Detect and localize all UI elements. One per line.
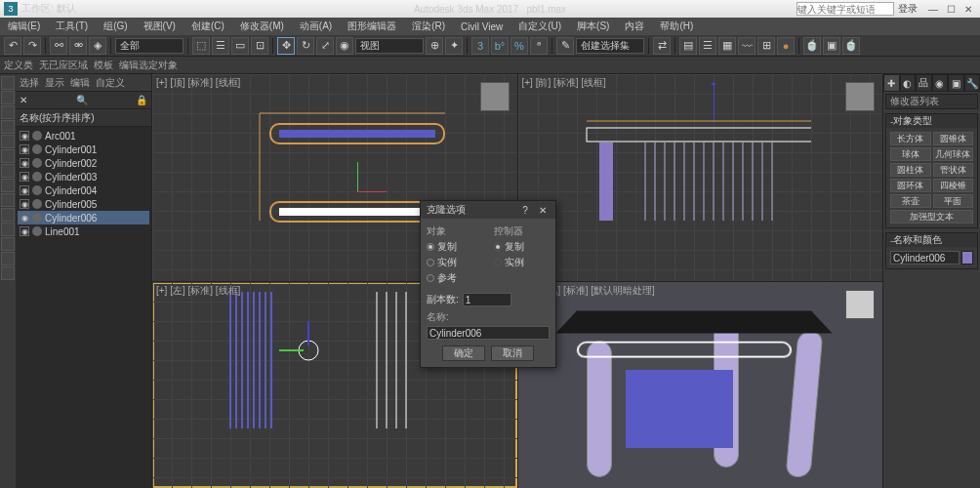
menu-item[interactable]: 组(G): [100, 18, 131, 35]
refcoord-combo[interactable]: 视图: [355, 38, 424, 54]
cancel-button[interactable]: 取消: [491, 346, 534, 361]
tool-14[interactable]: [1, 266, 15, 280]
spinner-snap-button[interactable]: ᵃ: [530, 37, 548, 55]
scene-item[interactable]: ◉Cylinder002: [18, 156, 149, 170]
copies-spinner[interactable]: [463, 293, 511, 306]
scene-tab[interactable]: 选择: [20, 76, 39, 90]
scene-item[interactable]: ◉Cylinder005: [18, 197, 149, 211]
place-button[interactable]: ◉: [336, 37, 353, 55]
viewcube[interactable]: [480, 82, 510, 111]
ribbon-tab[interactable]: 编辑选定对象: [119, 59, 178, 72]
viewport-label[interactable]: [+] [左] [标准] [线框]: [156, 284, 240, 298]
undo-button[interactable]: ↶: [4, 37, 21, 55]
scene-tab[interactable]: 编辑: [70, 76, 90, 90]
primitive-button[interactable]: 平面: [933, 194, 974, 208]
ribbon-tab[interactable]: 定义类: [4, 59, 33, 72]
menu-item[interactable]: 动画(A): [296, 18, 336, 35]
layers-button[interactable]: ☰: [699, 37, 716, 55]
display-tab[interactable]: ▣: [948, 74, 964, 92]
tool-5[interactable]: [1, 135, 15, 148]
viewport-label[interactable]: [+] [前] [标准] [线框]: [522, 76, 606, 90]
menu-item[interactable]: 自定义(U): [514, 18, 565, 35]
curve-editor-button[interactable]: 〰: [738, 37, 755, 55]
menu-item[interactable]: 编辑(E): [4, 18, 44, 35]
named-sel-combo[interactable]: 创建选择集: [576, 38, 644, 54]
primitive-button[interactable]: 圆柱体: [890, 163, 931, 177]
bind-button[interactable]: ◈: [89, 37, 106, 55]
visibility-icon[interactable]: ◉: [20, 172, 29, 182]
viewport-front[interactable]: [+] [前] [标准] [线框]: [518, 74, 883, 281]
close-button[interactable]: ✕: [960, 2, 976, 16]
modify-tab[interactable]: ◐: [900, 74, 917, 92]
align-button[interactable]: ▤: [679, 37, 697, 55]
menu-item[interactable]: 帮助(H): [656, 18, 697, 35]
window-crossing-button[interactable]: ⊡: [251, 37, 268, 55]
viewport-label[interactable]: [+] [顶] [标准] [线框]: [156, 76, 240, 90]
visibility-icon[interactable]: ◉: [20, 226, 29, 236]
primitive-button[interactable]: 几何球体: [933, 147, 974, 161]
material-editor-button[interactable]: ●: [777, 37, 795, 55]
scene-item[interactable]: ◉Line001: [18, 224, 149, 238]
object-type-header[interactable]: - 对象类型: [886, 114, 977, 128]
ok-button[interactable]: 确定: [442, 346, 485, 361]
scene-tab[interactable]: 自定义: [96, 76, 125, 90]
tool-12[interactable]: [1, 237, 15, 251]
redo-button[interactable]: ↷: [23, 37, 41, 55]
ribbon-button[interactable]: ▦: [718, 37, 736, 55]
ribbon-tab[interactable]: 无已应区域: [39, 59, 88, 72]
mirror-button[interactable]: ⇄: [653, 37, 671, 55]
primitive-button[interactable]: 四棱锥: [933, 179, 974, 192]
menu-item[interactable]: 内容: [621, 18, 648, 35]
visibility-icon[interactable]: ◉: [20, 131, 29, 141]
scene-item[interactable]: ◉Cylinder001: [18, 142, 149, 156]
scene-sort-header[interactable]: 名称(按升序排序): [20, 111, 95, 125]
tool-7[interactable]: [1, 164, 15, 178]
tool-9[interactable]: [1, 193, 15, 207]
tool-11[interactable]: [1, 223, 15, 236]
motion-tab[interactable]: ◉: [932, 74, 949, 92]
object-name-input[interactable]: [890, 251, 960, 264]
maximize-button[interactable]: ☐: [943, 2, 959, 16]
visibility-icon[interactable]: ◉: [20, 199, 29, 209]
move-button[interactable]: ✥: [277, 37, 295, 55]
primitive-button[interactable]: 长方体: [890, 132, 931, 145]
visibility-icon[interactable]: ◉: [20, 158, 29, 168]
tool-6[interactable]: [1, 149, 15, 163]
visibility-icon[interactable]: ◉: [20, 144, 29, 154]
scene-item[interactable]: ◉Arc001: [18, 129, 149, 142]
primitive-button[interactable]: 茶壶: [890, 194, 931, 208]
menu-item[interactable]: 脚本(S): [573, 18, 613, 35]
scene-item[interactable]: ◉Cylinder004: [18, 183, 149, 197]
tool-scale[interactable]: [1, 120, 15, 134]
menu-item[interactable]: 修改器(M): [236, 18, 288, 35]
viewport-perspective[interactable]: [+] [透视] [标准] [默认明暗处理]: [518, 282, 883, 489]
login-link[interactable]: 登录: [898, 2, 918, 16]
utility-tab[interactable]: 🔧: [964, 74, 981, 92]
scene-item[interactable]: ◉Cylinder003: [18, 170, 149, 183]
primitive-button[interactable]: 圆环体: [890, 179, 931, 192]
named-sel-edit-button[interactable]: ✎: [556, 37, 574, 55]
render-frame-button[interactable]: ▣: [823, 37, 840, 55]
select-name-button[interactable]: ☰: [212, 37, 229, 55]
manip-button[interactable]: ✦: [445, 37, 463, 55]
select-button[interactable]: ⬚: [192, 37, 210, 55]
scene-lock-icon[interactable]: 🔒: [136, 95, 147, 105]
name-color-header[interactable]: - 名称和颜色: [886, 233, 977, 247]
menu-item[interactable]: 视图(V): [140, 18, 180, 35]
tool-10[interactable]: [1, 208, 15, 222]
angle-snap-button[interactable]: b°: [491, 37, 509, 55]
scale-button[interactable]: ⤢: [316, 37, 334, 55]
viewcube[interactable]: [845, 290, 875, 319]
scene-tab[interactable]: 显示: [45, 76, 64, 90]
modifier-list-header[interactable]: 修改器列表: [886, 95, 977, 108]
select-rect-button[interactable]: ▭: [231, 37, 249, 55]
primitive-button[interactable]: 管状体: [933, 163, 974, 177]
pivot-button[interactable]: ⊕: [426, 37, 443, 55]
dialog-help-button[interactable]: ?: [518, 203, 532, 217]
radio-instance[interactable]: 实例: [427, 256, 482, 269]
tool-13[interactable]: [1, 252, 15, 265]
radio-copy[interactable]: 复制: [427, 240, 482, 254]
render-button[interactable]: 🍵: [842, 37, 860, 55]
menu-item[interactable]: 创建(C): [187, 18, 228, 35]
tool-rotate[interactable]: [1, 105, 15, 119]
